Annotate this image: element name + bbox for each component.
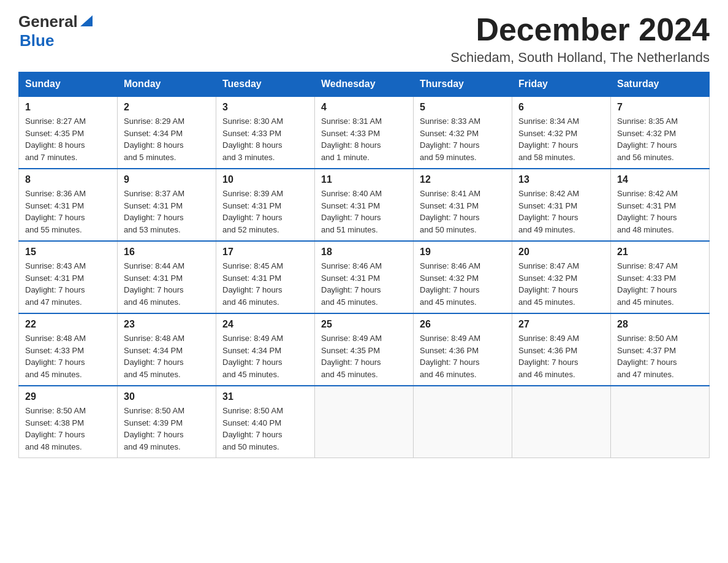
day-info: Sunrise: 8:49 AMSunset: 4:35 PMDaylight:… [321, 332, 407, 380]
day-info: Sunrise: 8:27 AMSunset: 4:35 PMDaylight:… [25, 115, 111, 163]
day-number: 23 [124, 319, 210, 330]
day-info: Sunrise: 8:48 AMSunset: 4:34 PMDaylight:… [124, 332, 210, 380]
table-row: 23 Sunrise: 8:48 AMSunset: 4:34 PMDaylig… [118, 313, 216, 386]
page-header: General Blue December 2024 Schiedam, Sou… [18, 12, 710, 66]
table-row: 17 Sunrise: 8:45 AMSunset: 4:31 PMDaylig… [216, 241, 315, 313]
table-row: 22 Sunrise: 8:48 AMSunset: 4:33 PMDaylig… [19, 313, 118, 386]
day-info: Sunrise: 8:36 AMSunset: 4:31 PMDaylight:… [25, 188, 111, 236]
table-row: 26 Sunrise: 8:49 AMSunset: 4:36 PMDaylig… [414, 313, 512, 386]
day-info: Sunrise: 8:47 AMSunset: 4:33 PMDaylight:… [617, 260, 703, 308]
day-number: 6 [518, 102, 604, 113]
day-info: Sunrise: 8:33 AMSunset: 4:32 PMDaylight:… [420, 115, 506, 163]
day-number: 20 [518, 247, 604, 258]
month-title: December 2024 [450, 12, 710, 47]
day-info: Sunrise: 8:49 AMSunset: 4:34 PMDaylight:… [222, 332, 308, 380]
svg-marker-0 [80, 15, 93, 26]
table-row: 11 Sunrise: 8:40 AMSunset: 4:31 PMDaylig… [315, 169, 414, 241]
day-number: 7 [617, 102, 703, 113]
col-tuesday: Tuesday [216, 72, 315, 97]
table-row: 31 Sunrise: 8:50 AMSunset: 4:40 PMDaylig… [216, 386, 315, 458]
table-row: 10 Sunrise: 8:39 AMSunset: 4:31 PMDaylig… [216, 169, 315, 241]
day-info: Sunrise: 8:41 AMSunset: 4:31 PMDaylight:… [420, 188, 506, 236]
day-number: 2 [124, 102, 210, 113]
table-row: 28 Sunrise: 8:50 AMSunset: 4:37 PMDaylig… [611, 313, 710, 386]
logo-triangle-icon [80, 13, 93, 26]
day-number: 22 [25, 319, 111, 330]
table-row: 15 Sunrise: 8:43 AMSunset: 4:31 PMDaylig… [19, 241, 118, 313]
table-row: 30 Sunrise: 8:50 AMSunset: 4:39 PMDaylig… [118, 386, 216, 458]
calendar-header-row: Sunday Monday Tuesday Wednesday Thursday… [19, 72, 710, 97]
table-row: 5 Sunrise: 8:33 AMSunset: 4:32 PMDayligh… [414, 96, 512, 169]
table-row [315, 386, 414, 458]
day-info: Sunrise: 8:46 AMSunset: 4:31 PMDaylight:… [321, 260, 407, 308]
day-number: 12 [420, 174, 506, 185]
day-info: Sunrise: 8:45 AMSunset: 4:31 PMDaylight:… [222, 260, 308, 308]
day-info: Sunrise: 8:49 AMSunset: 4:36 PMDaylight:… [420, 332, 506, 380]
day-number: 15 [25, 247, 111, 258]
day-number: 21 [617, 247, 703, 258]
day-number: 19 [420, 247, 506, 258]
table-row: 18 Sunrise: 8:46 AMSunset: 4:31 PMDaylig… [315, 241, 414, 313]
day-number: 16 [124, 247, 210, 258]
col-friday: Friday [512, 72, 611, 97]
table-row: 29 Sunrise: 8:50 AMSunset: 4:38 PMDaylig… [19, 386, 118, 458]
logo-general-text: General [18, 12, 78, 31]
col-saturday: Saturday [611, 72, 710, 97]
logo-blue-text: Blue [20, 31, 54, 50]
day-info: Sunrise: 8:48 AMSunset: 4:33 PMDaylight:… [25, 332, 111, 380]
day-number: 18 [321, 247, 407, 258]
week-row-4: 22 Sunrise: 8:48 AMSunset: 4:33 PMDaylig… [19, 313, 710, 386]
day-info: Sunrise: 8:42 AMSunset: 4:31 PMDaylight:… [518, 188, 604, 236]
table-row: 3 Sunrise: 8:30 AMSunset: 4:33 PMDayligh… [216, 96, 315, 169]
table-row: 9 Sunrise: 8:37 AMSunset: 4:31 PMDayligh… [118, 169, 216, 241]
table-row: 7 Sunrise: 8:35 AMSunset: 4:32 PMDayligh… [611, 96, 710, 169]
table-row: 13 Sunrise: 8:42 AMSunset: 4:31 PMDaylig… [512, 169, 611, 241]
day-number: 3 [222, 102, 308, 113]
day-info: Sunrise: 8:31 AMSunset: 4:33 PMDaylight:… [321, 115, 407, 163]
week-row-3: 15 Sunrise: 8:43 AMSunset: 4:31 PMDaylig… [19, 241, 710, 313]
table-row: 24 Sunrise: 8:49 AMSunset: 4:34 PMDaylig… [216, 313, 315, 386]
table-row: 12 Sunrise: 8:41 AMSunset: 4:31 PMDaylig… [414, 169, 512, 241]
day-info: Sunrise: 8:29 AMSunset: 4:34 PMDaylight:… [124, 115, 210, 163]
table-row: 25 Sunrise: 8:49 AMSunset: 4:35 PMDaylig… [315, 313, 414, 386]
table-row: 2 Sunrise: 8:29 AMSunset: 4:34 PMDayligh… [118, 96, 216, 169]
day-number: 14 [617, 174, 703, 185]
day-info: Sunrise: 8:39 AMSunset: 4:31 PMDaylight:… [222, 188, 308, 236]
day-info: Sunrise: 8:46 AMSunset: 4:32 PMDaylight:… [420, 260, 506, 308]
day-number: 4 [321, 102, 407, 113]
day-number: 11 [321, 174, 407, 185]
col-sunday: Sunday [19, 72, 118, 97]
logo: General Blue [18, 12, 93, 50]
table-row: 6 Sunrise: 8:34 AMSunset: 4:32 PMDayligh… [512, 96, 611, 169]
col-thursday: Thursday [414, 72, 512, 97]
week-row-1: 1 Sunrise: 8:27 AMSunset: 4:35 PMDayligh… [19, 96, 710, 169]
table-row: 19 Sunrise: 8:46 AMSunset: 4:32 PMDaylig… [414, 241, 512, 313]
day-number: 27 [518, 319, 604, 330]
table-row [512, 386, 611, 458]
title-area: December 2024 Schiedam, South Holland, T… [450, 12, 710, 66]
week-row-2: 8 Sunrise: 8:36 AMSunset: 4:31 PMDayligh… [19, 169, 710, 241]
day-number: 8 [25, 174, 111, 185]
table-row: 8 Sunrise: 8:36 AMSunset: 4:31 PMDayligh… [19, 169, 118, 241]
week-row-5: 29 Sunrise: 8:50 AMSunset: 4:38 PMDaylig… [19, 386, 710, 458]
table-row: 14 Sunrise: 8:42 AMSunset: 4:31 PMDaylig… [611, 169, 710, 241]
day-number: 5 [420, 102, 506, 113]
day-info: Sunrise: 8:30 AMSunset: 4:33 PMDaylight:… [222, 115, 308, 163]
day-number: 25 [321, 319, 407, 330]
table-row [414, 386, 512, 458]
day-info: Sunrise: 8:50 AMSunset: 4:37 PMDaylight:… [617, 332, 703, 380]
day-number: 17 [222, 247, 308, 258]
table-row: 21 Sunrise: 8:47 AMSunset: 4:33 PMDaylig… [611, 241, 710, 313]
day-number: 31 [222, 391, 308, 402]
day-number: 10 [222, 174, 308, 185]
table-row [611, 386, 710, 458]
day-number: 29 [25, 391, 111, 402]
day-info: Sunrise: 8:50 AMSunset: 4:40 PMDaylight:… [222, 405, 308, 453]
day-number: 9 [124, 174, 210, 185]
table-row: 16 Sunrise: 8:44 AMSunset: 4:31 PMDaylig… [118, 241, 216, 313]
day-info: Sunrise: 8:49 AMSunset: 4:36 PMDaylight:… [518, 332, 604, 380]
day-info: Sunrise: 8:47 AMSunset: 4:32 PMDaylight:… [518, 260, 604, 308]
table-row: 27 Sunrise: 8:49 AMSunset: 4:36 PMDaylig… [512, 313, 611, 386]
day-number: 24 [222, 319, 308, 330]
location-subtitle: Schiedam, South Holland, The Netherlands [450, 50, 710, 66]
